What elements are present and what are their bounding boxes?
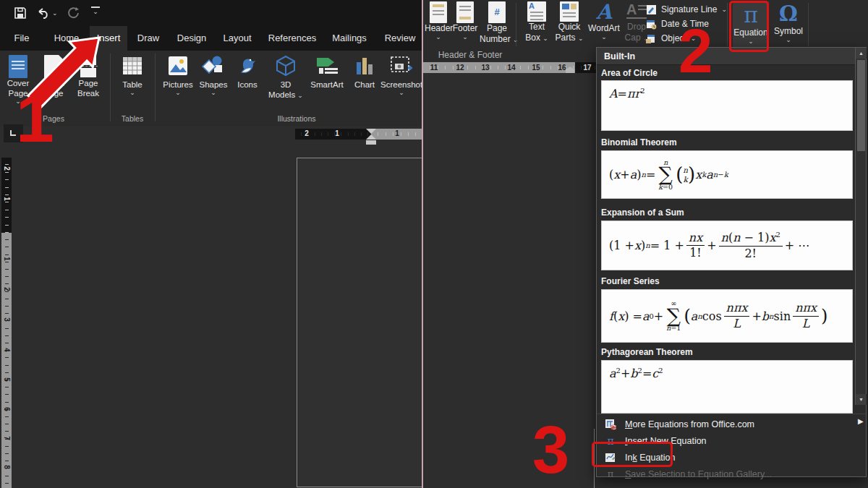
hanging-indent-marker[interactable]: [366, 134, 376, 140]
tab-design[interactable]: Design: [172, 26, 211, 51]
gallery-item-name: Area of Circle: [601, 68, 658, 78]
step2-highlight-box: [729, 1, 769, 52]
first-line-indent-marker[interactable]: [366, 129, 376, 134]
save-icon[interactable]: [13, 6, 27, 20]
footer-button[interactable]: Footer ⌄: [452, 1, 478, 40]
text-box-button[interactable]: A Text Box ⌄: [522, 1, 552, 43]
horizontal-ruler[interactable]: [371, 129, 422, 140]
chevron-down-icon: ⌄: [772, 37, 805, 43]
chevron-down-icon: ⌄: [197, 90, 230, 95]
scrollbar-thumb[interactable]: [857, 60, 865, 151]
illustrations-group-label: Illustrations: [260, 114, 333, 123]
gallery-item-expansion-of-a-sum[interactable]: (1 + x)n = 1 + nx1! + n(n − 1)x22! + ⋯: [601, 221, 853, 270]
drop-cap-icon: A: [626, 1, 647, 22]
symbol-button[interactable]: Ω Symbol ⌄: [772, 1, 805, 43]
tab-layout[interactable]: Layout: [217, 26, 258, 51]
page-number-icon: #: [488, 1, 506, 23]
menu-item-save-selection-to-gallery: π Save Selection to Equation Gallery...: [597, 466, 856, 482]
document-page[interactable]: [297, 158, 422, 487]
date-time-icon: [646, 19, 657, 30]
redo-icon: [67, 6, 81, 20]
icons-button[interactable]: Icons: [231, 55, 263, 90]
pictures-icon: [166, 55, 190, 77]
menu-item-more-equations[interactable]: More Equations from Office.com: [597, 416, 856, 432]
gallery-item-name: Pythagorean Theorem: [601, 347, 693, 357]
object-icon: [646, 33, 657, 44]
tab-mailings[interactable]: Mailings: [326, 26, 373, 51]
signature-line-button[interactable]: Signature Line ⌄: [646, 3, 727, 16]
header-footer-group-label: Header & Footer: [430, 50, 510, 60]
chevron-down-icon: ⌄: [452, 34, 478, 40]
footer-icon: [456, 1, 474, 23]
left-indent-marker[interactable]: [366, 140, 376, 145]
symbol-icon: Ω: [772, 1, 805, 26]
chevron-down-icon: ⌄: [578, 35, 584, 42]
horizontal-ruler-right[interactable]: [423, 62, 575, 73]
table-icon: [122, 55, 143, 77]
gallery-item-fourier-series[interactable]: f(x) = a0 + ∞∑n=1(an cos nπxL + bn sin n…: [601, 289, 853, 343]
submenu-arrow-icon: ▶: [858, 417, 864, 425]
gallery-item-name: Binomial Theorem: [601, 137, 677, 147]
title-bar: ⌄ ⌄: [0, 0, 422, 26]
quick-parts-button[interactable]: Quick Parts ⌄: [553, 1, 585, 43]
tab-review[interactable]: Review: [379, 26, 421, 51]
tab-draw[interactable]: Draw: [132, 26, 165, 51]
chart-icon: [354, 55, 375, 77]
vertical-ruler-margin[interactable]: [1, 158, 12, 233]
undo-chevron-down-icon[interactable]: ⌄: [52, 10, 58, 16]
3d-models-button[interactable]: 3D Models ⌄: [266, 55, 305, 100]
screenshot-boundary-line: [422, 0, 423, 488]
icons-icon: [236, 55, 259, 77]
save-gallery-icon: π: [605, 468, 616, 480]
step1-number: 1: [16, 84, 54, 153]
quick-parts-icon: [560, 1, 579, 22]
scroll-down-icon[interactable]: ▼: [856, 394, 867, 405]
word-app-window: ⌄ ⌄ File Home Insert Draw Design Layout …: [0, 0, 868, 488]
3d-models-icon: [274, 55, 297, 77]
gallery-item-pythagorean-theorem[interactable]: a2 + b2 = c2: [601, 360, 853, 414]
tables-group-label: Tables: [112, 114, 153, 123]
chevron-down-icon: ⌄: [587, 34, 621, 40]
smartart-button[interactable]: SmartArt: [307, 55, 347, 90]
table-button[interactable]: Table ⌄: [116, 55, 149, 95]
gallery-item-name: Fourier Series: [601, 276, 660, 286]
customize-quick-access-icon[interactable]: ⌄: [91, 7, 100, 16]
screenshot-button[interactable]: Screenshot ⌄: [380, 55, 422, 95]
equation-dropdown-menu: Built-In Area of Circle A = πr2 Binomial…: [596, 47, 867, 477]
left-tab-stop-icon: [10, 130, 16, 136]
chevron-down-icon: ⌄: [160, 90, 196, 95]
vertical-ruler[interactable]: [1, 233, 12, 488]
step3-number: 3: [532, 416, 569, 483]
chevron-down-icon: ⌄: [380, 90, 422, 95]
chevron-down-icon: ⌄: [425, 34, 452, 40]
horizontal-ruler-right-margin[interactable]: [575, 62, 596, 73]
pictures-button[interactable]: Pictures ⌄: [160, 55, 196, 95]
gallery-item-binomial-theorem[interactable]: (x + a)n = n∑k=0(nk) xkan−k: [601, 150, 853, 199]
text-box-icon: A: [527, 1, 546, 22]
shapes-icon: [202, 55, 225, 77]
tab-references[interactable]: References: [263, 26, 321, 51]
header-button[interactable]: Header ⌄: [425, 1, 452, 40]
scroll-up-icon[interactable]: ▲: [856, 48, 867, 59]
step2-number: 2: [678, 20, 712, 82]
chevron-down-icon: ⌄: [116, 90, 149, 95]
signature-line-icon: [646, 4, 657, 15]
page-number-button[interactable]: # Page Number ⌄: [480, 1, 514, 45]
chevron-down-icon: ⌄: [297, 92, 303, 99]
screenshot-icon: [389, 55, 414, 77]
horizontal-ruler-margin[interactable]: [295, 129, 371, 140]
gallery-item-name: Expansion of a Sum: [601, 207, 684, 218]
chevron-down-icon: ⌄: [542, 35, 548, 42]
step3-highlight-box: [592, 442, 673, 467]
shapes-button[interactable]: Shapes ⌄: [197, 55, 230, 95]
wordart-icon: A: [587, 1, 621, 23]
header-icon: [430, 1, 447, 23]
wordart-button[interactable]: A WordArt ⌄: [587, 1, 621, 40]
chart-button[interactable]: Chart: [349, 55, 380, 90]
office-equations-icon: [605, 419, 616, 430]
smartart-icon: [315, 55, 339, 77]
gallery-item-area-of-circle[interactable]: A = πr2: [601, 80, 853, 131]
undo-icon[interactable]: [36, 6, 51, 20]
dropdown-scrollbar[interactable]: ▲ ▼: [855, 48, 866, 405]
chevron-down-icon: ⌄: [721, 7, 727, 12]
